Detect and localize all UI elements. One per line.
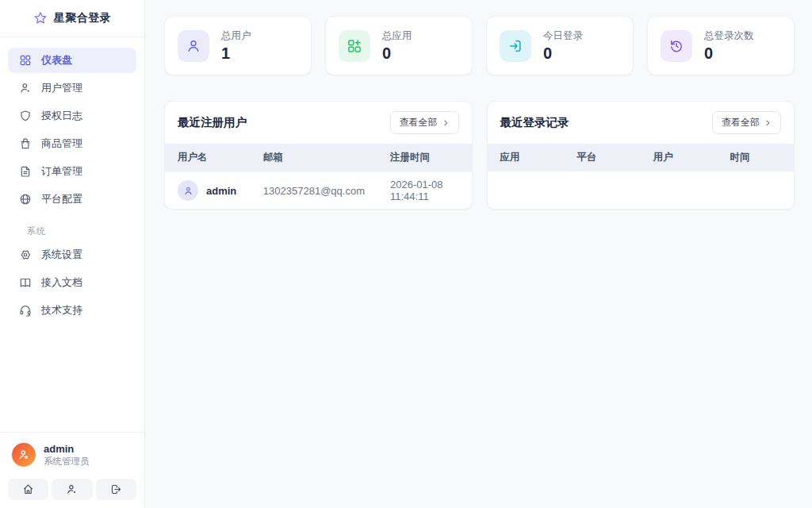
sidebar-item-label: 商品管理 xyxy=(41,137,82,151)
sidebar-footer: admin 系统管理员 xyxy=(0,432,144,508)
user-icon xyxy=(66,483,78,495)
stat-card-today-logins: 今日登录 0 xyxy=(486,16,634,75)
sidebar-item-label: 授权日志 xyxy=(41,109,82,123)
login-icon xyxy=(500,30,531,62)
home-button[interactable] xyxy=(8,479,48,500)
stat-card-total-logins: 总登录次数 0 xyxy=(647,16,795,75)
stat-value: 0 xyxy=(543,44,583,63)
view-all-users-button[interactable]: 查看全部 xyxy=(390,111,459,134)
sidebar: 星聚合登录 仪表盘 用户管理 xyxy=(0,0,145,508)
star-logo-icon xyxy=(33,11,48,25)
stat-label: 总应用 xyxy=(382,29,412,43)
history-icon xyxy=(661,30,692,62)
home-icon xyxy=(22,483,34,495)
stat-card-total-apps: 总应用 0 xyxy=(325,16,473,75)
sidebar-item-docs[interactable]: 接入文档 xyxy=(8,270,136,295)
stat-label: 总登录次数 xyxy=(704,29,754,43)
gear-icon xyxy=(19,248,32,261)
recent-users-table: 用户名 邮箱 注册时间 xyxy=(165,144,472,209)
recent-logins-table: 应用 平台 用户 时间 xyxy=(488,144,795,205)
sidebar-item-dashboard[interactable]: 仪表盘 xyxy=(8,48,136,73)
user-role: 系统管理员 xyxy=(44,456,90,468)
recent-logins-panel: 最近登录记录 查看全部 应用 平台 用户 时间 xyxy=(487,101,795,210)
sidebar-item-label: 技术支持 xyxy=(41,303,82,318)
column-header: 邮箱 xyxy=(251,144,377,172)
recent-users-panel: 最近注册用户 查看全部 用户名 邮箱 注册时间 xyxy=(164,101,473,210)
current-user: admin 系统管理员 xyxy=(8,443,136,468)
view-all-label: 查看全部 xyxy=(400,116,438,129)
user-name: admin xyxy=(44,443,90,456)
dashboard-icon xyxy=(19,54,32,67)
sidebar-item-label: 系统设置 xyxy=(41,248,82,262)
column-header: 用户名 xyxy=(165,144,251,172)
globe-icon xyxy=(19,193,32,206)
user-icon xyxy=(178,30,209,62)
column-header: 用户 xyxy=(641,144,718,171)
row-avatar xyxy=(178,180,198,201)
apps-icon xyxy=(339,30,370,62)
logout-button[interactable] xyxy=(96,479,136,500)
shopping-bag-icon xyxy=(19,137,32,150)
sidebar-item-label: 仪表盘 xyxy=(41,53,72,67)
sidebar-item-label: 平台配置 xyxy=(41,192,82,206)
sidebar-item-label: 用户管理 xyxy=(41,81,82,95)
users-icon xyxy=(19,82,32,94)
column-header: 注册时间 xyxy=(377,144,472,172)
logout-icon xyxy=(110,483,122,495)
column-header: 应用 xyxy=(488,144,565,171)
sidebar-item-platform-config[interactable]: 平台配置 xyxy=(8,187,136,212)
column-header: 时间 xyxy=(717,144,794,171)
stat-value: 0 xyxy=(704,44,754,63)
stat-card-total-users: 总用户 1 xyxy=(164,16,312,75)
sidebar-item-auth-logs[interactable]: 授权日志 xyxy=(8,103,136,129)
chevron-right-icon xyxy=(764,119,772,127)
stats-row: 总用户 1 总应用 0 今日登录 xyxy=(164,16,795,75)
headset-icon xyxy=(19,304,32,317)
view-all-logins-button[interactable]: 查看全部 xyxy=(712,111,781,134)
sidebar-item-system-settings[interactable]: 系统设置 xyxy=(8,242,136,267)
sidebar-item-users[interactable]: 用户管理 xyxy=(8,75,136,101)
table-row: admin 1302357281@qq.com 2026-01-08 11:44… xyxy=(165,172,472,210)
stat-label: 总用户 xyxy=(221,29,251,43)
panel-title: 最近注册用户 xyxy=(178,115,247,130)
sidebar-item-orders[interactable]: 订单管理 xyxy=(8,159,136,184)
avatar xyxy=(12,443,36,467)
column-header: 平台 xyxy=(564,144,641,171)
shield-icon xyxy=(19,110,32,122)
sidebar-item-support[interactable]: 技术支持 xyxy=(8,298,136,323)
row-time: 2026-01-08 11:44:11 xyxy=(377,172,472,210)
main-content: 总用户 1 总应用 0 今日登录 xyxy=(145,0,812,508)
row-email: 1302357281@qq.com xyxy=(251,172,377,210)
panel-title: 最近登录记录 xyxy=(500,115,569,130)
stat-value: 1 xyxy=(221,44,251,63)
sidebar-item-label: 订单管理 xyxy=(41,164,82,179)
sidebar-item-label: 接入文档 xyxy=(41,275,82,290)
chevron-right-icon xyxy=(442,119,450,127)
view-all-label: 查看全部 xyxy=(722,116,760,129)
book-icon xyxy=(19,276,32,289)
app-logo: 星聚合登录 xyxy=(0,0,144,37)
sidebar-nav: 仪表盘 用户管理 授权日志 xyxy=(0,37,144,325)
stat-value: 0 xyxy=(382,44,412,63)
profile-button[interactable] xyxy=(52,479,92,500)
document-icon xyxy=(19,165,32,178)
app-title: 星聚合登录 xyxy=(54,11,112,25)
row-username: admin xyxy=(206,185,236,197)
empty-table-body xyxy=(488,171,795,205)
stat-label: 今日登录 xyxy=(543,29,583,43)
sidebar-section-label: 系统 xyxy=(8,214,136,242)
sidebar-item-products[interactable]: 商品管理 xyxy=(8,131,136,156)
panels-row: 最近注册用户 查看全部 用户名 邮箱 注册时间 xyxy=(164,101,795,210)
